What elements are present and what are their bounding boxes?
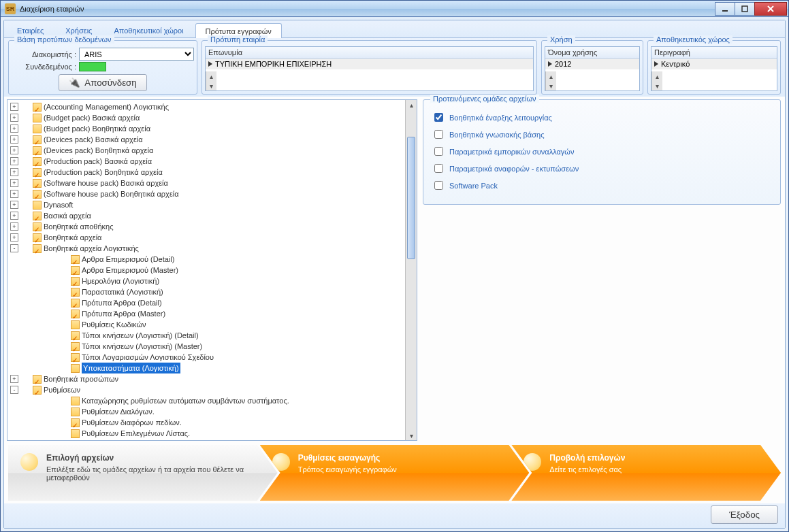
- tree-item[interactable]: +Βοηθητικά αρχεία: [9, 232, 405, 243]
- tree-checkbox[interactable]: [71, 418, 80, 427]
- tree-item[interactable]: +(Software house pack) Βασικά αρχεία: [9, 178, 405, 188]
- tree-item[interactable]: Καταχώρησης ρυθμίσεων αυτόματων συμβάντω…: [9, 395, 405, 406]
- tree-item[interactable]: Ρυθμίσεων Επιλεγμένων Λίστας.: [9, 428, 405, 439]
- use-col[interactable]: Όνομα χρήσης: [545, 47, 639, 59]
- tree-checkbox[interactable]: [33, 168, 42, 177]
- expand-icon[interactable]: +: [10, 157, 18, 165]
- tree-checkbox[interactable]: [71, 429, 80, 438]
- tree-checkbox[interactable]: [33, 146, 42, 155]
- expand-icon[interactable]: +: [10, 168, 18, 176]
- collapse-icon[interactable]: -: [10, 244, 18, 252]
- wizard-step[interactable]: Ρυθμίσεις εισαγωγήςΤρόπος εισαγωγής εγγρ…: [260, 445, 530, 501]
- tree-checkbox[interactable]: [33, 179, 42, 188]
- tree-checkbox[interactable]: [71, 364, 80, 373]
- tree-checkbox[interactable]: [33, 103, 42, 112]
- tree-item[interactable]: +Βοηθητικά αποθήκης: [9, 221, 405, 232]
- tree-checkbox[interactable]: [71, 408, 80, 416]
- group-checkbox[interactable]: Παραμετρικά εμπορικών συναλλαγών: [432, 145, 772, 158]
- scrollbar[interactable]: ▴▾: [651, 71, 662, 90]
- store-grid[interactable]: Περιγραφή Κεντρικό ▴▾: [651, 46, 777, 91]
- expand-icon[interactable]: +: [10, 201, 18, 209]
- tree-item[interactable]: Ρυθμίσεις Κωδικών: [9, 319, 405, 330]
- tree-checkbox[interactable]: [33, 135, 42, 144]
- company-grid[interactable]: Επωνυμία ΤΥΠΙΚΗ ΕΜΠΟΡΙΚΗ ΕΠΙΧΕΙΡΗΣΗ ▴▾: [205, 46, 534, 91]
- expand-icon[interactable]: +: [10, 190, 18, 198]
- tree-item[interactable]: +(Production pack) Βοηθητικά αρχεία: [9, 167, 405, 178]
- expand-icon[interactable]: +: [10, 103, 18, 111]
- tree-checkbox[interactable]: [33, 386, 42, 395]
- tree-checkbox[interactable]: [71, 299, 80, 307]
- expand-icon[interactable]: +: [10, 146, 18, 154]
- tree-checkbox[interactable]: [71, 255, 80, 264]
- tree-checkbox[interactable]: [33, 124, 42, 133]
- file-tree[interactable]: +(Accounting Management) Λογιστικής+(Bud…: [7, 100, 405, 440]
- tree-checkbox[interactable]: [71, 331, 80, 340]
- group-checkbox-input[interactable]: [434, 113, 443, 122]
- tree-scrollbar[interactable]: ▴ ▾: [405, 100, 417, 440]
- tree-checkbox[interactable]: [71, 397, 80, 405]
- tree-checkbox[interactable]: [33, 201, 42, 210]
- collapse-icon[interactable]: -: [10, 386, 18, 394]
- group-checkbox[interactable]: Βοηθητικά γνωσιακής βάσης: [432, 128, 772, 141]
- tree-item[interactable]: +(Devices pack) Βοηθητικά αρχεία: [9, 145, 405, 156]
- wizard-step[interactable]: Επιλογή αρχείωνΕπιλέξτε εδώ τις ομάδες α…: [8, 445, 278, 501]
- group-checkbox-input[interactable]: [434, 147, 443, 156]
- tree-item[interactable]: Πρότυπα Άρθρα (Master): [9, 308, 405, 319]
- expand-icon[interactable]: +: [10, 179, 18, 187]
- tree-item[interactable]: +(Software house pack) Βοηθητικά αρχεία: [9, 188, 405, 199]
- tree-checkbox[interactable]: [71, 353, 80, 362]
- tree-checkbox[interactable]: [33, 212, 42, 220]
- tree-item[interactable]: +(Budget pack) Βοηθητικά αρχεία: [9, 123, 405, 134]
- expand-icon[interactable]: +: [10, 114, 18, 122]
- tree-item[interactable]: +Dynasoft: [9, 199, 405, 210]
- tree-item[interactable]: Τύποι κινήσεων (Λογιστική) (Detail): [9, 330, 405, 341]
- group-checkbox-input[interactable]: [434, 164, 443, 173]
- tree-checkbox[interactable]: [71, 320, 80, 329]
- close-button[interactable]: [754, 2, 787, 16]
- tree-checkbox[interactable]: [33, 157, 42, 166]
- expand-icon[interactable]: +: [10, 212, 18, 220]
- tree-item[interactable]: Υποκαταστήματα (Λογιστική): [9, 363, 405, 373]
- tree-item[interactable]: Πρότυπα Άρθρα (Detail): [9, 297, 405, 308]
- tree-checkbox[interactable]: [33, 244, 42, 253]
- tree-item[interactable]: +(Devices pack) Βασικά αρχεία: [9, 134, 405, 145]
- tree-checkbox[interactable]: [71, 277, 80, 286]
- disconnect-button[interactable]: 🔌 Αποσύνδεση: [59, 74, 147, 91]
- group-checkbox[interactable]: Παραμετρικά αναφορών - εκτυπώσεων: [432, 162, 772, 175]
- tree-item[interactable]: Αρθρα Επιμερισμού (Detail): [9, 254, 405, 265]
- store-col[interactable]: Περιγραφή: [651, 47, 777, 59]
- group-checkbox-input[interactable]: [434, 130, 443, 139]
- tree-item[interactable]: Ρυθμίσεων Διαλόγων.: [9, 406, 405, 417]
- tree-item[interactable]: -Βοηθητικά αρχεία Λογιστικής: [9, 243, 405, 254]
- tree-item[interactable]: Ημερολόγια (Λογιστική): [9, 276, 405, 286]
- group-checkbox[interactable]: Βοηθητικά έναρξης λειτουργίας: [432, 111, 772, 124]
- tree-checkbox[interactable]: [33, 114, 42, 122]
- tree-checkbox[interactable]: [71, 266, 80, 275]
- minimize-button[interactable]: [715, 2, 735, 16]
- tab-2[interactable]: Αποθηκευτικοί χώροι: [103, 22, 193, 37]
- tree-checkbox[interactable]: [71, 310, 80, 318]
- expand-icon[interactable]: +: [10, 135, 18, 144]
- expand-icon[interactable]: +: [10, 222, 18, 231]
- server-select[interactable]: ARIS: [79, 48, 194, 61]
- tree-item[interactable]: Τύποι κινήσεων (Λογιστική) (Master): [9, 341, 405, 352]
- maximize-button[interactable]: [735, 2, 755, 16]
- tree-item[interactable]: -Ρυθμίσεων: [9, 384, 405, 395]
- tree-checkbox[interactable]: [71, 288, 80, 297]
- tree-item[interactable]: Τύποι Λογαριασμών Λογιστικού Σχεδίου: [9, 352, 405, 363]
- titlebar[interactable]: SR Διαχείριση εταιριών: [1, 1, 788, 17]
- store-row[interactable]: Κεντρικό: [651, 59, 777, 69]
- tree-item[interactable]: Ρυθμίσεων διαφόρων πεδίων.: [9, 417, 405, 428]
- tree-checkbox[interactable]: [33, 233, 42, 242]
- use-row[interactable]: 2012: [545, 59, 639, 69]
- expand-icon[interactable]: +: [10, 124, 18, 133]
- tree-item[interactable]: +(Accounting Management) Λογιστικής: [9, 101, 405, 112]
- exit-button[interactable]: Έξοδος: [711, 505, 778, 524]
- tree-item[interactable]: +(Budget pack) Βασικά αρχεία: [9, 112, 405, 123]
- tree-checkbox[interactable]: [71, 342, 80, 351]
- tree-checkbox[interactable]: [33, 190, 42, 199]
- scrollbar[interactable]: ▴▾: [545, 71, 556, 90]
- use-grid[interactable]: Όνομα χρήσης 2012 ▴▾: [545, 46, 640, 91]
- company-col[interactable]: Επωνυμία: [206, 47, 533, 59]
- group-checkbox[interactable]: Software Pack: [432, 179, 772, 192]
